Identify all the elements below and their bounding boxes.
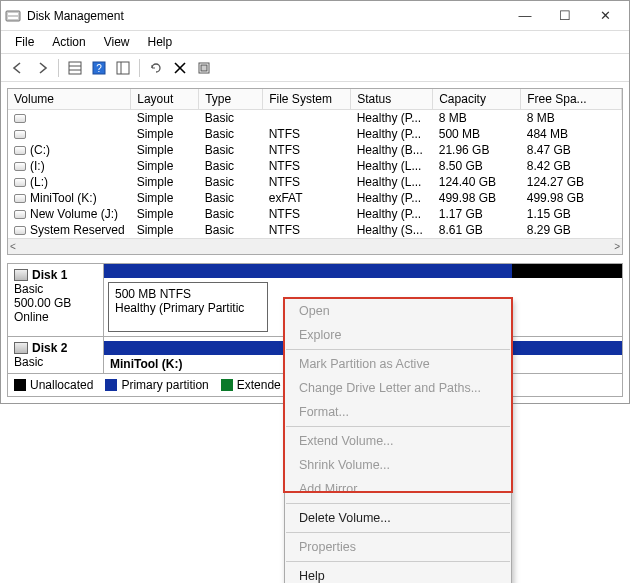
disk-2-name: Disk 2 [32, 341, 67, 355]
table-row[interactable]: MiniTool (K:)SimpleBasicexFATHealthy (P.… [8, 190, 622, 206]
volume-icon [14, 178, 26, 187]
delete-button[interactable] [169, 57, 191, 79]
cell-fs: NTFS [263, 174, 351, 190]
window-title: Disk Management [27, 9, 505, 23]
cell-capacity: 1.17 GB [433, 206, 521, 222]
cell-layout: Simple [131, 222, 199, 238]
disk-icon [14, 269, 28, 281]
col-filesystem[interactable]: File System [263, 89, 351, 110]
disk-1-type: Basic [14, 282, 97, 296]
cell-fs: NTFS [263, 222, 351, 238]
legend-box-black [14, 379, 26, 391]
cell-volume: (I:) [8, 158, 131, 174]
titlebar: Disk Management — ☐ ✕ [1, 1, 629, 31]
cell-capacity: 499.98 GB [433, 190, 521, 206]
cell-capacity: 8.50 GB [433, 158, 521, 174]
cell-volume: (L:) [8, 174, 131, 190]
cell-capacity: 500 MB [433, 126, 521, 142]
volume-icon [14, 210, 26, 219]
scroll-right-icon[interactable]: > [614, 241, 620, 252]
maximize-button[interactable]: ☐ [545, 2, 585, 30]
settings-button[interactable] [193, 57, 215, 79]
cell-capacity: 8.61 GB [433, 222, 521, 238]
ctx-add-mirror[interactable]: Add Mirror... [285, 477, 511, 501]
svg-rect-13 [201, 65, 207, 71]
cell-layout: Simple [131, 110, 199, 127]
horizontal-scrollbar[interactable]: < > [8, 238, 622, 254]
table-row[interactable]: (I:)SimpleBasicNTFSHealthy (L...8.50 GB8… [8, 158, 622, 174]
ctx-separator [286, 426, 510, 427]
menu-view[interactable]: View [96, 33, 138, 51]
ctx-extend-volume[interactable]: Extend Volume... [285, 429, 511, 453]
ctx-explore[interactable]: Explore [285, 323, 511, 347]
cell-layout: Simple [131, 190, 199, 206]
table-row[interactable]: System ReservedSimpleBasicNTFSHealthy (S… [8, 222, 622, 238]
table-row[interactable]: SimpleBasicNTFSHealthy (P...500 MB484 MB [8, 126, 622, 142]
partition-status-label: Healthy (Primary Partitic [115, 301, 261, 315]
menu-help[interactable]: Help [140, 33, 181, 51]
legend-primary: Primary partition [105, 378, 208, 392]
refresh-button[interactable] [145, 57, 167, 79]
cell-type: Basic [199, 222, 263, 238]
disk-1-name: Disk 1 [32, 268, 67, 282]
table-row[interactable]: SimpleBasicHealthy (P...8 MB8 MB [8, 110, 622, 127]
ctx-help[interactable]: Help [285, 564, 511, 583]
col-type[interactable]: Type [199, 89, 263, 110]
disk-1-header[interactable]: Disk 1 Basic 500.00 GB Online [8, 264, 104, 336]
table-row[interactable]: New Volume (J:)SimpleBasicNTFSHealthy (P… [8, 206, 622, 222]
ctx-format[interactable]: Format... [285, 400, 511, 424]
disk-2-type: Basic [14, 355, 97, 369]
cell-volume: MiniTool (K:) [8, 190, 131, 206]
disk-1-partition-box[interactable]: 500 MB NTFS Healthy (Primary Partitic [108, 282, 268, 332]
view-list-button[interactable] [64, 57, 86, 79]
col-layout[interactable]: Layout [131, 89, 199, 110]
ctx-shrink-volume[interactable]: Shrink Volume... [285, 453, 511, 477]
context-menu: Open Explore Mark Partition as Active Ch… [284, 298, 512, 583]
cell-fs: NTFS [263, 126, 351, 142]
cell-type: Basic [199, 142, 263, 158]
scroll-left-icon[interactable]: < [10, 241, 16, 252]
svg-text:?: ? [96, 63, 102, 74]
help-button[interactable]: ? [88, 57, 110, 79]
ctx-separator [286, 561, 510, 562]
svg-rect-8 [117, 62, 129, 74]
ctx-separator [286, 532, 510, 533]
volume-icon [14, 146, 26, 155]
disk-1-primary-segment-2[interactable] [274, 264, 512, 278]
properties-button[interactable] [112, 57, 134, 79]
col-capacity[interactable]: Capacity [433, 89, 521, 110]
col-freespace[interactable]: Free Spa... [521, 89, 622, 110]
volume-icon [14, 130, 26, 139]
back-button[interactable] [7, 57, 29, 79]
col-volume[interactable]: Volume [8, 89, 131, 110]
cell-free: 8.47 GB [521, 142, 622, 158]
menu-file[interactable]: File [7, 33, 42, 51]
cell-capacity: 124.40 GB [433, 174, 521, 190]
disk-1-unallocated-segment[interactable] [512, 264, 622, 278]
cell-status: Healthy (S... [351, 222, 433, 238]
disk-2-header[interactable]: Disk 2 Basic [8, 337, 104, 373]
cell-type: Basic [199, 190, 263, 206]
ctx-change-drive-letter[interactable]: Change Drive Letter and Paths... [285, 376, 511, 400]
disk-1-primary-segment[interactable] [104, 264, 274, 278]
cell-volume: (C:) [8, 142, 131, 158]
close-button[interactable]: ✕ [585, 2, 625, 30]
ctx-mark-active[interactable]: Mark Partition as Active [285, 352, 511, 376]
volume-icon [14, 114, 26, 123]
disk-icon [14, 342, 28, 354]
ctx-open[interactable]: Open [285, 299, 511, 323]
table-row[interactable]: (L:)SimpleBasicNTFSHealthy (L...124.40 G… [8, 174, 622, 190]
cell-status: Healthy (P... [351, 190, 433, 206]
cell-free: 484 MB [521, 126, 622, 142]
table-row[interactable]: (C:)SimpleBasicNTFSHealthy (B...21.96 GB… [8, 142, 622, 158]
forward-button[interactable] [31, 57, 53, 79]
legend-unallocated: Unallocated [14, 378, 93, 392]
legend-box-blue [105, 379, 117, 391]
col-status[interactable]: Status [351, 89, 433, 110]
ctx-delete-volume[interactable]: Delete Volume... [285, 506, 511, 530]
minimize-button[interactable]: — [505, 2, 545, 30]
menu-action[interactable]: Action [44, 33, 93, 51]
ctx-properties[interactable]: Properties [285, 535, 511, 559]
volume-list-panel: Volume Layout Type File System Status Ca… [7, 88, 623, 255]
cell-status: Healthy (L... [351, 158, 433, 174]
